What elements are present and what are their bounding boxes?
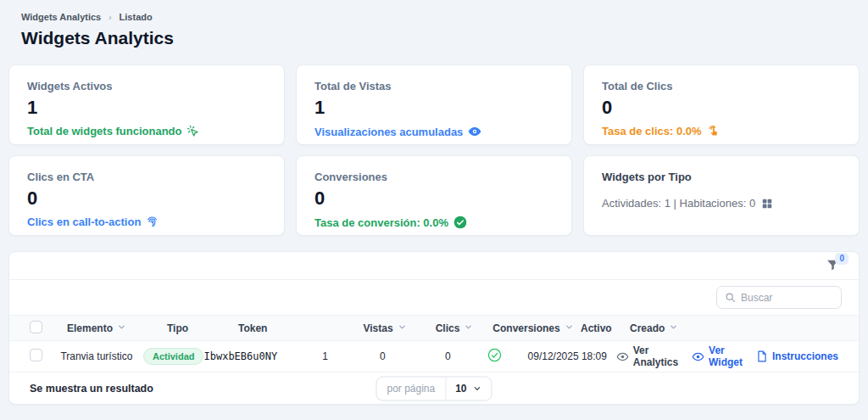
tap-icon (707, 125, 720, 137)
card-value: 0 (27, 189, 266, 208)
cell-clics: 0 (357, 350, 409, 362)
card-subtitle: Total de widgets funcionando (27, 125, 181, 137)
cursor-click-icon (186, 125, 199, 137)
search-input[interactable] (741, 292, 833, 304)
column-header-activo[interactable]: Activo (581, 322, 630, 334)
column-header-clics[interactable]: Clics (423, 322, 486, 334)
per-page-select[interactable]: 10 (445, 377, 491, 400)
sort-chevron-icon[interactable] (464, 322, 473, 334)
sort-chevron-icon[interactable] (117, 322, 126, 334)
filter-count-badge: 0 (835, 253, 849, 265)
card-label: Widgets por Tipo (602, 171, 841, 183)
search-bar (9, 280, 859, 315)
card-subtitle: Tasa de clics: 0.0% (602, 125, 702, 137)
cell-elemento: Tranvia turístico (60, 350, 143, 362)
eye-icon (468, 125, 481, 138)
page: Widgets Analytics › Listado Widgets Anal… (0, 0, 868, 405)
sort-chevron-icon[interactable] (669, 322, 678, 334)
cell-vistas: 1 (293, 350, 356, 362)
column-header-conversiones[interactable]: Conversiones (486, 322, 581, 334)
document-icon[interactable] (756, 350, 768, 362)
chevron-down-icon (473, 384, 482, 393)
page-title: Widgets Analytics (21, 28, 860, 48)
column-header-tipo[interactable]: Tipo (167, 322, 238, 334)
card-label: Conversiones (314, 171, 554, 183)
column-header-vistas[interactable]: Vistas (347, 322, 423, 334)
card-value: 1 (27, 98, 266, 117)
card-subtitle: Clics en call-to-action (27, 216, 141, 228)
card-value: 1 (314, 98, 554, 117)
eye-icon[interactable] (616, 350, 629, 363)
card-subtitle: Actividades: 1 | Habitaciones: 0 (602, 197, 755, 210)
card-widgets-activos: Widgets Activos 1 Total de widgets funci… (8, 64, 285, 145)
column-header-token[interactable]: Token (238, 322, 347, 334)
card-label: Total de Vistas (314, 80, 554, 92)
row-checkbox[interactable] (30, 349, 42, 361)
breadcrumb-item-listado[interactable]: Listado (120, 12, 153, 22)
tipo-badge: Actividad (143, 348, 204, 365)
results-count-text: Se muestra un resultado (30, 383, 153, 395)
card-widgets-por-tipo: Widgets por Tipo Actividades: 1 | Habita… (583, 155, 860, 236)
card-conversiones: Conversiones 0 Tasa de conversión: 0.0% (296, 155, 572, 236)
sort-chevron-icon[interactable] (398, 322, 407, 334)
widgets-table-panel: 0 Elemento Tipo Token Vistas (8, 251, 860, 405)
chevron-right-icon: › (108, 13, 111, 22)
cell-token: IbwxbEB6u0NY (203, 350, 293, 362)
card-subtitle: Visualizaciones acumuladas (314, 126, 463, 138)
card-value: 0 (314, 189, 554, 208)
eye-icon[interactable] (692, 350, 704, 363)
column-header-elemento[interactable]: Elemento (67, 322, 167, 334)
card-label: Clics en CTA (27, 171, 266, 183)
fingerprint-icon (146, 216, 159, 228)
card-clics-cta: Clics en CTA 0 Clics en call-to-action (8, 155, 285, 236)
select-all-checkbox[interactable] (30, 321, 42, 333)
grid-icon (761, 198, 773, 210)
table-row: Tranvia turístico Actividad IbwxbEB6u0NY… (9, 341, 859, 372)
card-subtitle: Tasa de conversión: 0.0% (314, 216, 448, 229)
breadcrumb-item-widgets-analytics[interactable]: Widgets Analytics (21, 12, 101, 22)
cell-creado: 09/12/2025 18:09 (528, 350, 616, 362)
ver-analytics-link[interactable]: Ver Analytics (616, 344, 678, 368)
table-header-row: Elemento Tipo Token Vistas Clics Convers… (9, 315, 859, 341)
check-circle-icon (453, 216, 467, 229)
breadcrumb: Widgets Analytics › Listado (21, 12, 860, 22)
ver-widget-link[interactable]: Ver Widget (692, 344, 743, 368)
active-check-circle-icon (487, 348, 502, 362)
per-page-control: por página 10 (376, 376, 492, 400)
card-total-vistas: Total de Vistas 1 Visualizaciones acumul… (296, 64, 572, 145)
per-page-label: por página (376, 377, 445, 400)
column-header-creado[interactable]: Creado (630, 322, 737, 334)
card-label: Widgets Activos (27, 80, 266, 92)
table-footer: Se muestra un resultado por página 10 (9, 372, 859, 404)
card-value: 0 (602, 98, 841, 117)
search-box[interactable] (716, 286, 842, 309)
card-label: Total de Clics (602, 80, 841, 92)
card-total-clics: Total de Clics 0 Tasa de clics: 0.0% (583, 64, 860, 145)
sort-chevron-icon[interactable] (565, 322, 574, 334)
search-icon (725, 292, 736, 303)
instrucciones-link[interactable]: Instrucciones (756, 350, 838, 362)
filter-bar: 0 (9, 252, 859, 280)
cell-conversiones: 0 (409, 350, 487, 362)
stats-cards: Widgets Activos 1 Total de widgets funci… (8, 64, 860, 236)
